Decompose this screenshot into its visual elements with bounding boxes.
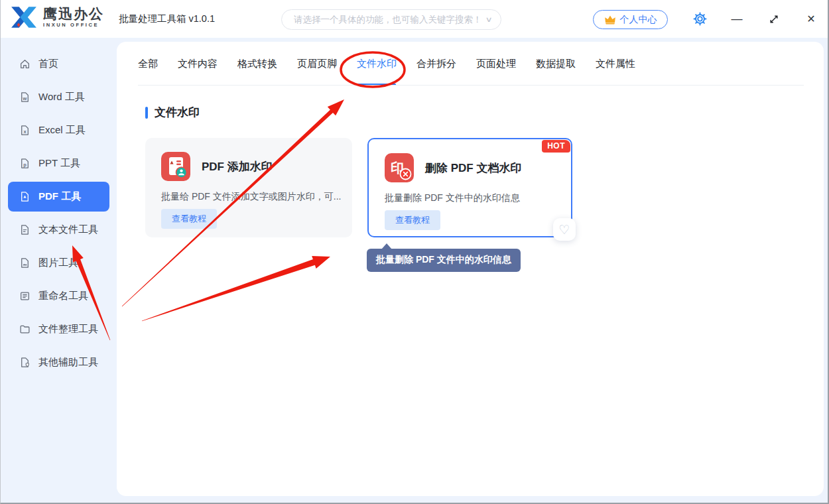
title-bar: 鹰迅办公 INXUN OFFICE 批量处理工具箱 v1.0.1 请选择一个具体… <box>1 0 828 38</box>
pdf-remove-watermark-icon: 印 <box>385 153 414 182</box>
tab-merge-split[interactable]: 合并拆分 <box>416 42 456 86</box>
pdf-add-watermark-icon <box>161 152 190 181</box>
gear-icon <box>693 12 707 26</box>
sidebar-item-image-tools[interactable]: 图片工具 <box>8 248 109 278</box>
tab-file-watermark[interactable]: 文件水印 <box>357 42 397 86</box>
sidebar-item-label: 图片工具 <box>38 257 78 269</box>
sidebar-item-word-tools[interactable]: w Word 工具 <box>8 82 109 112</box>
hot-badge: HOT <box>542 140 570 153</box>
sidebar-item-label: 重命名工具 <box>38 290 88 302</box>
search-placeholder: 请选择一个具体的功能，也可输入关键字搜索！ <box>294 14 482 26</box>
app-title: 批量处理工具箱 v1.0.1 <box>119 0 215 38</box>
sidebar: 首页 w Word 工具 x Excel 工具 p PPT 工具 PDF 工具 <box>1 38 117 503</box>
sidebar-item-home[interactable]: 首页 <box>8 49 109 79</box>
excel-file-icon: x <box>19 125 31 136</box>
card-description: 批量删除 PDF 文件中的水印信息 <box>385 192 520 204</box>
tab-page-process[interactable]: 页面处理 <box>476 42 516 86</box>
app-window: 鹰迅办公 INXUN OFFICE 批量处理工具箱 v1.0.1 请选择一个具体… <box>0 0 829 504</box>
card-title: 删除 PDF 文档水印 <box>425 160 521 176</box>
sidebar-item-pdf-tools[interactable]: PDF 工具 <box>8 182 109 212</box>
svg-text:w: w <box>23 95 27 101</box>
logo-title-cn: 鹰迅办公 <box>43 7 104 21</box>
chevron-down-icon: ∨ <box>485 15 492 24</box>
word-file-icon: w <box>19 92 31 103</box>
section-accent-bar <box>145 107 148 119</box>
main-panel: 全部 文件内容 格式转换 页眉页脚 文件水印 合并拆分 页面处理 数据提取 文件… <box>117 42 824 496</box>
tab-header-footer[interactable]: 页眉页脚 <box>297 42 337 86</box>
heart-icon: ♡ <box>558 222 570 237</box>
ppt-file-icon: p <box>19 158 31 169</box>
resize-diagonal-icon <box>769 14 779 25</box>
tab-format-convert[interactable]: 格式转换 <box>237 42 277 86</box>
shield-file-icon <box>19 357 31 368</box>
tab-file-attribute[interactable]: 文件属性 <box>596 42 635 86</box>
folder-icon <box>19 324 31 335</box>
card-title: PDF 添加水印 <box>202 159 273 174</box>
sidebar-item-ppt-tools[interactable]: p PPT 工具 <box>8 149 109 178</box>
tooltip: 批量删除 PDF 文件中的水印信息 <box>367 249 521 272</box>
sidebar-item-text-file-tools[interactable]: 文本文件工具 <box>8 215 109 245</box>
function-search-select[interactable]: 请选择一个具体的功能，也可输入关键字搜索！ ∨ <box>281 9 501 30</box>
sidebar-item-label: 其他辅助工具 <box>38 356 98 369</box>
sidebar-item-label: PDF 工具 <box>38 190 81 203</box>
sidebar-item-label: 文件整理工具 <box>38 323 98 336</box>
card-description: 批量给 PDF 文件添加文字或图片水印，可... <box>161 191 341 203</box>
tab-data-extract[interactable]: 数据提取 <box>536 42 576 86</box>
card-pdf-add-watermark[interactable]: PDF 添加水印 批量给 PDF 文件添加文字或图片水印，可... 查看教程 <box>145 138 352 237</box>
minimize-button[interactable]: — <box>728 0 746 38</box>
tab-all[interactable]: 全部 <box>138 42 158 86</box>
svg-text:p: p <box>23 162 27 168</box>
user-center-label: 个人中心 <box>620 14 657 26</box>
view-tutorial-button[interactable]: 查看教程 <box>385 210 440 230</box>
home-icon <box>19 58 31 70</box>
pdf-file-icon <box>19 191 31 202</box>
settings-button[interactable] <box>690 0 709 38</box>
maximize-button[interactable] <box>765 0 783 38</box>
sidebar-item-label: Word 工具 <box>38 91 85 103</box>
tab-file-content[interactable]: 文件内容 <box>178 42 218 86</box>
favorite-button[interactable]: ♡ <box>553 218 576 241</box>
sidebar-item-rename-tools[interactable]: 重命名工具 <box>8 281 109 311</box>
crown-icon <box>604 15 616 25</box>
inxun-logo-icon <box>10 5 38 29</box>
sidebar-item-other-tools[interactable]: 其他辅助工具 <box>8 347 109 377</box>
tabs-divider <box>138 85 804 86</box>
user-center-button[interactable]: 个人中心 <box>593 10 668 29</box>
view-tutorial-button[interactable]: 查看教程 <box>161 209 217 229</box>
minimize-icon: — <box>732 13 743 26</box>
sidebar-item-label: 首页 <box>38 58 58 70</box>
card-pdf-remove-watermark[interactable]: HOT 印 删除 PDF 文档水印 批量删除 PDF 文件中的水印信息 查看教程… <box>367 138 572 237</box>
image-file-icon <box>19 257 31 269</box>
sidebar-item-file-organize-tools[interactable]: 文件整理工具 <box>8 314 109 344</box>
rename-list-icon <box>19 290 31 302</box>
sidebar-item-label: PPT 工具 <box>38 157 80 170</box>
close-icon: ✕ <box>806 13 815 25</box>
sidebar-item-label: Excel 工具 <box>38 124 86 137</box>
app-logo: 鹰迅办公 INXUN OFFICE <box>10 5 104 29</box>
sidebar-item-excel-tools[interactable]: x Excel 工具 <box>8 115 109 145</box>
close-button[interactable]: ✕ <box>802 0 820 38</box>
text-file-icon <box>19 224 31 235</box>
section-header: 文件水印 <box>145 105 200 120</box>
section-title: 文件水印 <box>155 105 200 120</box>
category-tabs: 全部 文件内容 格式转换 页眉页脚 文件水印 合并拆分 页面处理 数据提取 文件… <box>138 42 635 86</box>
logo-title-en: INXUN OFFICE <box>43 23 104 28</box>
sidebar-item-label: 文本文件工具 <box>38 223 98 236</box>
svg-text:x: x <box>23 129 27 135</box>
